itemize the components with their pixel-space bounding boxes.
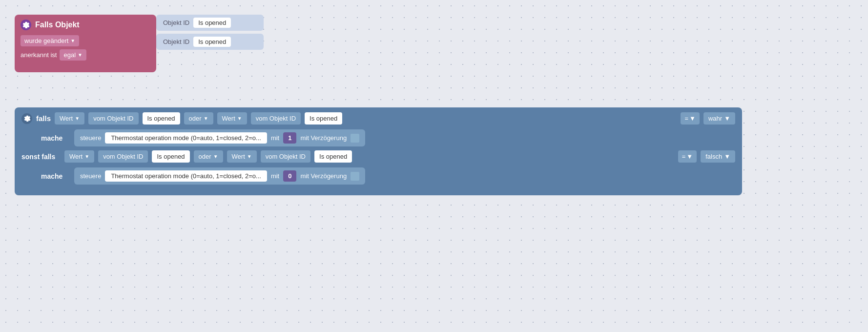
wert1-arrow-icon: ▼ <box>75 116 80 121</box>
falsch-btn[interactable]: falsch ▼ <box>701 150 735 163</box>
is-opened-1: Is opened <box>143 112 180 124</box>
main-block-title: Falls Objekt <box>35 21 80 29</box>
wurde-geandert-dropdown[interactable]: wurde geändert ▼ <box>21 35 79 46</box>
condition-label-2: Objekt ID <box>163 38 189 45</box>
main-block: Falls Objekt wurde geändert ▼ anerkannt … <box>15 15 156 72</box>
vom-objekt-id-2: vom Objekt ID <box>251 112 301 124</box>
oder-btn-2[interactable]: oder ▼ <box>194 150 223 163</box>
floating-conditions: Objekt ID Is opened Objekt ID Is opened <box>156 15 264 50</box>
oder1-arrow-icon: ▼ <box>204 116 208 121</box>
equals-btn-1[interactable]: = ▼ <box>681 112 699 124</box>
dropdown2-row: anerkannt ist egal ▼ <box>21 49 150 61</box>
eq2-arrow-icon: ▼ <box>686 153 693 160</box>
is-opened-2: Is opened <box>305 112 342 124</box>
mache-label-2: mache <box>41 172 70 180</box>
oder2-arrow-icon: ▼ <box>213 154 218 159</box>
gear-icon <box>21 20 31 30</box>
is-opened-3: Is opened <box>152 150 189 163</box>
steuere-prefix-2: steuere <box>80 172 101 180</box>
oder-btn-1[interactable]: oder ▼ <box>184 112 213 124</box>
vom-objekt-id-1: vom Objekt ID <box>88 112 138 124</box>
condition-label-1: Objekt ID <box>163 19 189 26</box>
number-badge-1: 1 <box>283 132 296 144</box>
condition-value-1: Is opened <box>193 18 231 28</box>
mit-verzoegerung-2: mit Verzögerung <box>300 172 347 180</box>
sonst-falls-label: sonst falls <box>21 153 61 161</box>
steuere-block-1: steuere Thermostat operation mode (0=aut… <box>74 129 365 146</box>
mache-row-1: mache steuere Thermostat operation mode … <box>41 129 735 146</box>
main-block-header: Falls Objekt <box>21 20 150 30</box>
number-badge-2: 0 <box>283 170 296 182</box>
dropdown1-arrow-icon: ▼ <box>70 38 75 43</box>
steuere-mit-2: mit <box>271 172 279 180</box>
equals-btn-2[interactable]: = ▼ <box>678 150 697 163</box>
vom-objekt-id-3: vom Objekt ID <box>98 150 148 163</box>
wert4-arrow-icon: ▼ <box>247 154 252 159</box>
falls-header: falls Wert ▼ vom Objekt ID Is opened ode… <box>21 112 735 124</box>
steuere-block-2: steuere Thermostat operation mode (0=aut… <box>74 167 365 185</box>
mit-verzoegerung-1: mit Verzögerung <box>300 134 347 142</box>
delay-square-2 <box>351 172 359 181</box>
is-opened-4: Is opened <box>314 150 352 163</box>
floating-condition-1: Objekt ID Is opened <box>156 15 264 31</box>
wert3-btn[interactable]: Wert ▼ <box>64 150 94 163</box>
delay-square-1 <box>351 134 359 143</box>
steuere-value-1: Thermostat operation mode (0=auto, 1=clo… <box>105 132 267 144</box>
mache-row-2: mache steuere Thermostat operation mode … <box>41 167 735 185</box>
dropdown2-arrow-icon: ▼ <box>78 52 83 58</box>
logic-block: falls Wert ▼ vom Objekt ID Is opened ode… <box>15 107 742 195</box>
steuere-prefix-1: steuere <box>80 134 101 142</box>
wert2-btn[interactable]: Wert ▼ <box>217 112 247 124</box>
wert2-arrow-icon: ▼ <box>237 116 242 121</box>
falls-gear-icon <box>21 113 32 124</box>
wahr-btn[interactable]: wahr ▼ <box>703 112 735 124</box>
eq1-arrow-icon: ▼ <box>689 115 696 122</box>
falls-label: falls <box>36 114 51 123</box>
wahr-arrow-icon: ▼ <box>724 115 730 122</box>
wert1-btn[interactable]: Wert ▼ <box>55 112 84 124</box>
falsch-arrow-icon: ▼ <box>724 153 730 160</box>
sonst-condition-row: Wert ▼ vom Objekt ID Is opened oder ▼ We… <box>64 150 735 163</box>
floating-condition-2: Objekt ID Is opened <box>156 34 264 50</box>
steuere-mit-1: mit <box>271 134 279 142</box>
dropdown1-row: wurde geändert ▼ <box>21 35 150 46</box>
condition-value-2: Is opened <box>193 37 231 47</box>
egal-dropdown[interactable]: egal ▼ <box>60 49 86 61</box>
vom-objekt-id-4: vom Objekt ID <box>261 150 310 163</box>
wert3-arrow-icon: ▼ <box>84 154 89 159</box>
anerkannt-label: anerkannt ist <box>21 51 57 59</box>
mache-label-1: mache <box>41 134 70 142</box>
falls-condition-row: Wert ▼ vom Objekt ID Is opened oder ▼ We… <box>55 112 735 124</box>
steuere-value-2: Thermostat operation mode (0=auto, 1=clo… <box>105 170 267 182</box>
wert4-btn[interactable]: Wert ▼ <box>227 150 257 163</box>
sonst-falls-header: sonst falls Wert ▼ vom Objekt ID Is open… <box>21 150 735 163</box>
